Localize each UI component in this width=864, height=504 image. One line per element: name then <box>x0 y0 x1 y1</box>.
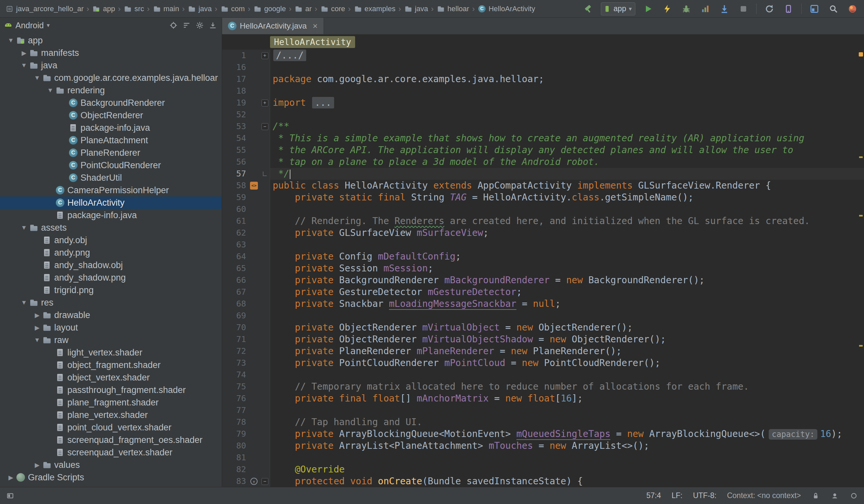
gutter[interactable]: 58<> <box>222 180 270 192</box>
code-line[interactable]: 73 private PointCloudRenderer mPointClou… <box>222 357 864 369</box>
tree-item[interactable]: point_cloud_vertex.shader <box>0 421 222 434</box>
gutter[interactable]: 60 <box>222 203 270 215</box>
code-line[interactable]: 52 <box>222 109 864 121</box>
tree-item[interactable]: CPointCloudRenderer <box>0 159 222 171</box>
tree-item[interactable]: trigrid.png <box>0 284 222 296</box>
tree-item[interactable]: ▶manifests <box>0 47 222 59</box>
warning-stripe-mark[interactable] <box>859 215 863 217</box>
tree-item[interactable]: plane_vertex.shader <box>0 409 222 421</box>
code-line[interactable]: 79 private ArrayBlockingQueue<MotionEven… <box>222 428 864 440</box>
warning-stripe-mark[interactable] <box>859 156 863 158</box>
tree-item[interactable]: ▼com.google.ar.core.examples.java.helloa… <box>0 72 222 84</box>
code-line[interactable]: 54 * This is a simple example that shows… <box>222 132 864 144</box>
line-number[interactable]: 61 <box>222 215 248 227</box>
fold-marker-minus[interactable]: − <box>260 478 270 485</box>
gutter[interactable]: 63 <box>222 239 270 251</box>
context-indicator[interactable]: Context: <no context> <box>727 491 801 500</box>
fold-marker-plus[interactable]: + <box>260 52 270 59</box>
tree-item[interactable]: object_vertex.shader <box>0 371 222 384</box>
tree-item[interactable]: CBackgroundRenderer <box>0 97 222 109</box>
gutter[interactable]: 67 <box>222 286 270 298</box>
line-number[interactable]: 81 <box>222 452 248 464</box>
code-line[interactable]: 76 private final float[] mAnchorMatrix =… <box>222 393 864 405</box>
code-line[interactable]: 64 private Config mDefaultConfig; <box>222 251 864 263</box>
editor-tab[interactable]: C HelloArActivity.java × <box>222 18 324 34</box>
line-number[interactable]: 78 <box>222 416 248 428</box>
line-number[interactable]: 53 <box>222 121 248 132</box>
line-number[interactable]: 82 <box>222 464 248 476</box>
tree-item[interactable]: andy.png <box>0 247 222 259</box>
code-line[interactable]: 59 private static final String TAG = Hel… <box>222 192 864 203</box>
chevron-expanded-icon[interactable]: ▼ <box>5 37 16 44</box>
inspection-status-mark[interactable] <box>859 52 863 57</box>
tool-window-switcher-icon[interactable] <box>6 492 14 500</box>
gutter[interactable]: 54 <box>222 132 270 144</box>
breadcrumb-item[interactable]: src <box>123 4 144 13</box>
gutter[interactable]: 62 <box>222 227 270 239</box>
gutter[interactable]: 79 <box>222 428 270 440</box>
breadcrumb-item[interactable]: ar <box>295 4 312 13</box>
code-line[interactable]: 19+import ... <box>222 97 864 109</box>
code-line[interactable]: 63 <box>222 239 864 251</box>
line-number[interactable]: 54 <box>222 132 248 144</box>
gutter[interactable]: 77 <box>222 405 270 416</box>
line-number[interactable]: 19 <box>222 97 248 109</box>
gutter[interactable]: 52 <box>222 109 270 121</box>
code-line[interactable]: 71 private ObjectRenderer mVirtualObject… <box>222 334 864 345</box>
gutter[interactable]: 78 <box>222 416 270 428</box>
gutter[interactable]: 75 <box>222 381 270 393</box>
tree-item[interactable]: CPlaneRenderer <box>0 146 222 159</box>
breadcrumb-item[interactable]: helloar <box>436 4 469 13</box>
code-line[interactable]: 57 */ <box>222 168 864 180</box>
hide-panel-icon[interactable] <box>208 20 218 30</box>
gutter[interactable]: 55 <box>222 144 270 156</box>
tree-item[interactable]: CCameraPermissionHelper <box>0 184 222 196</box>
tree-item[interactable]: CHelloArActivity <box>0 196 222 209</box>
line-number[interactable]: 75 <box>222 381 248 393</box>
line-number[interactable]: 80 <box>222 440 248 452</box>
code-line[interactable]: 72 private PlaneRenderer mPlaneRenderer … <box>222 345 864 357</box>
tree-item[interactable]: ▼rendering <box>0 84 222 97</box>
fold-marker-minus[interactable]: − <box>260 123 270 130</box>
breadcrumb-item[interactable]: CHelloArActivity <box>478 4 535 13</box>
chevron-expanded-icon[interactable]: ▼ <box>32 336 43 344</box>
line-number[interactable]: 1 <box>222 50 248 61</box>
tree-item[interactable]: ▼assets <box>0 221 222 234</box>
gutter[interactable]: 57 <box>222 168 270 180</box>
code-line[interactable]: 65 private Session mSession; <box>222 263 864 274</box>
code-line[interactable]: 56 * tap on a plane to place a 3d model … <box>222 156 864 168</box>
code-line[interactable]: 61 // Rendering. The Renderers are creat… <box>222 215 864 227</box>
tree-item[interactable]: CPlaneAttachment <box>0 134 222 146</box>
code-line[interactable]: 68 private Snackbar mLoadingMessageSnack… <box>222 298 864 310</box>
chevron-expanded-icon[interactable]: ▼ <box>45 87 56 94</box>
line-number[interactable]: 18 <box>222 85 248 97</box>
line-number[interactable]: 72 <box>222 345 248 357</box>
chevron-expanded-icon[interactable]: ▼ <box>19 224 29 231</box>
readonly-lock-icon[interactable] <box>812 492 820 500</box>
error-stripe[interactable] <box>858 50 864 487</box>
tree-item[interactable]: package-info.java <box>0 122 222 134</box>
tree-item[interactable]: ▼java <box>0 59 222 72</box>
gutter[interactable]: 59 <box>222 192 270 203</box>
tree-item[interactable]: ▼raw <box>0 334 222 346</box>
line-number[interactable]: 79 <box>222 428 248 440</box>
gutter[interactable]: 73 <box>222 357 270 369</box>
sync-project-icon[interactable] <box>763 3 776 15</box>
line-number[interactable]: 68 <box>222 298 248 310</box>
tree-item[interactable]: ▼app <box>0 34 222 47</box>
line-number[interactable]: 76 <box>222 393 248 405</box>
breadcrumb-current-element[interactable]: HelloArActivity <box>270 36 355 48</box>
code-line[interactable]: 60 <box>222 203 864 215</box>
line-ending-indicator[interactable]: LF: <box>672 491 682 500</box>
tree-item[interactable]: passthrough_fragment.shader <box>0 384 222 396</box>
tree-item[interactable]: CObjectRenderer <box>0 109 222 122</box>
gutter[interactable]: 56 <box>222 156 270 168</box>
code-line[interactable]: 17package com.google.ar.core.examples.ja… <box>222 73 864 85</box>
code-line[interactable]: 1+/.../ <box>222 50 864 61</box>
line-number[interactable]: 66 <box>222 274 248 286</box>
breadcrumb-item[interactable]: java <box>404 4 428 13</box>
chevron-collapsed-icon[interactable]: ▶ <box>19 49 29 57</box>
chevron-collapsed-icon[interactable]: ▶ <box>32 311 43 319</box>
breadcrumb-item[interactable]: google <box>253 4 286 13</box>
code-line[interactable]: 69 <box>222 310 864 322</box>
